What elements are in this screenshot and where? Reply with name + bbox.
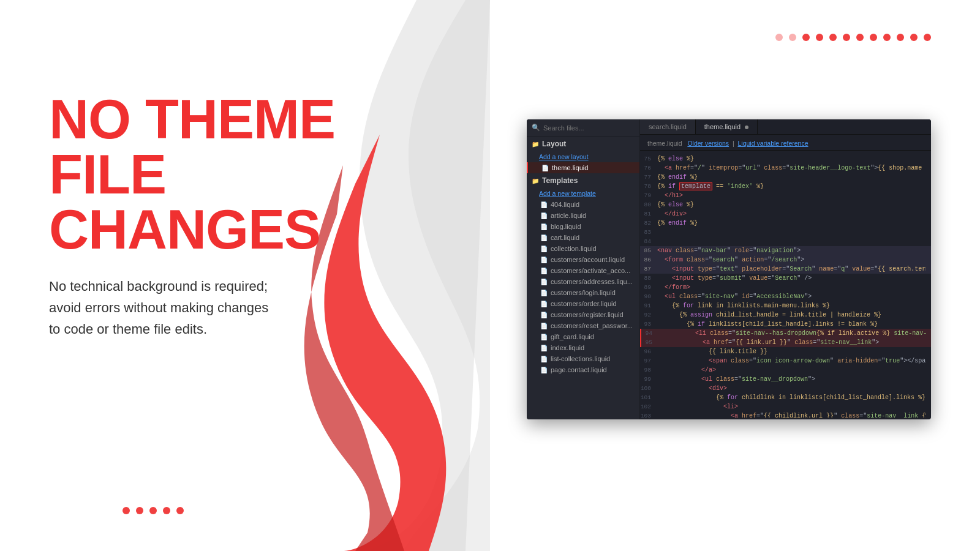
sidebar-section-templates[interactable]: 📁 Templates: [527, 173, 639, 188]
search-icon: 🔍: [532, 124, 540, 132]
sidebar-file-list-collections[interactable]: 📄 list-collections.liquid: [527, 353, 639, 364]
main-heading: NO THEME FILE CHANGES: [49, 92, 417, 257]
file-icon: 📄: [540, 367, 548, 373]
code-line-86: 86 <form class="search" action="/search"…: [640, 255, 931, 264]
file-icon: 📄: [540, 212, 548, 219]
breadcrumb-liquid-reference[interactable]: Liquid variable reference: [738, 140, 809, 147]
sidebar-file-theme-liquid[interactable]: 📄 theme.liquid: [527, 162, 639, 173]
sidebar-file-customers-login[interactable]: 📄 customers/login.liquid: [527, 287, 639, 298]
file-icon: 📄: [540, 268, 548, 274]
code-line-89: 89 </form>: [640, 283, 931, 292]
sidebar-file-customers-reset[interactable]: 📄 customers/reset_passwor...: [527, 320, 639, 331]
file-icon: 📄: [540, 356, 548, 362]
code-line-98: 98 </a>: [640, 365, 931, 375]
folder-icon: 📁: [532, 141, 539, 148]
sidebar-file-customers-register[interactable]: 📄 customers/register.liquid: [527, 309, 639, 320]
file-icon: 📄: [540, 223, 548, 230]
sidebar-file-customers-account[interactable]: 📄 customers/account.liquid: [527, 254, 639, 265]
code-line-93: 93 {% if linklists[child_list_handle].li…: [640, 320, 931, 329]
subtext-line2: avoid errors without making changes: [49, 300, 268, 315]
code-line-90: 90 <ul class="site-nav" id="AccessibleNa…: [640, 292, 931, 301]
dot: [910, 34, 918, 41]
file-icon: 📄: [540, 246, 548, 252]
sidebar-file-customers-activate[interactable]: 📄 customers/activate_acco...: [527, 265, 639, 276]
code-line-83: 83: [640, 228, 931, 237]
left-content: NO THEME FILE CHANGES No technical backg…: [49, 92, 417, 340]
sidebar-search[interactable]: 🔍: [527, 119, 639, 137]
heading-line2: FILE CHANGES: [49, 147, 417, 257]
code-line-88: 88 <input type="submit" value="Search" /…: [640, 274, 931, 283]
subtext-line1: No technical background is required;: [49, 279, 268, 294]
sidebar-file-404[interactable]: 📄 404.liquid: [527, 199, 639, 210]
code-line-77: 77 {% endif %}: [640, 173, 931, 182]
file-icon: 📄: [540, 279, 548, 285]
heading-line1: NO THEME: [49, 92, 417, 147]
code-line-81: 81 </div>: [640, 209, 931, 219]
dot: [775, 34, 783, 41]
code-editor-panel: search.liquid theme.liquid 🔍 📁 Layout Ad…: [527, 119, 931, 419]
breadcrumb-older-versions[interactable]: Older versions: [687, 140, 729, 147]
sidebar-file-collection[interactable]: 📄 collection.liquid: [527, 243, 639, 254]
dot: [856, 34, 864, 41]
code-line-78: 78 {% if template == 'index' %}: [640, 182, 931, 191]
sidebar-file-blog[interactable]: 📄 blog.liquid: [527, 221, 639, 232]
sidebar-file-customers-addresses[interactable]: 📄 customers/addresses.liqu...: [527, 276, 639, 287]
sidebar-file-gift-card[interactable]: 📄 gift_card.liquid: [527, 331, 639, 342]
sidebar-file-cart[interactable]: 📄 cart.liquid: [527, 232, 639, 243]
editor-code[interactable]: 75 {% else %} 76 <a href="/" itemprop="u…: [640, 151, 931, 418]
dot: [789, 34, 796, 41]
file-icon: 📄: [540, 234, 548, 241]
code-line-87: 87 <input type="text" placeholder="Searc…: [640, 264, 931, 274]
sidebar-file-article[interactable]: 📄 article.liquid: [527, 210, 639, 221]
code-line-101: 101 {% for childlink in linklists[child_…: [640, 393, 931, 402]
sidebar-file-customers-order[interactable]: 📄 customers/order.liquid: [527, 298, 639, 309]
sidebar-section-layout[interactable]: 📁 Layout: [527, 137, 639, 151]
editor-breadcrumb: theme.liquid Older versions | Liquid var…: [640, 137, 931, 151]
code-line-79: 79 </h1>: [640, 191, 931, 200]
dot: [897, 34, 904, 41]
sidebar-file-page-contact[interactable]: 📄 page.contact.liquid: [527, 364, 639, 375]
editor-tabs: search.liquid theme.liquid: [640, 119, 931, 135]
code-line-82: 82 {% endif %}: [640, 219, 931, 228]
dot: [883, 34, 891, 41]
file-icon: 📄: [540, 201, 548, 208]
code-line-99: 99 <ul class="site-nav__dropdown">: [640, 375, 931, 384]
file-icon: 📄: [540, 323, 548, 329]
file-icon: 📄: [540, 301, 548, 307]
code-line-102: 102 <li>: [640, 402, 931, 411]
dot: [802, 34, 810, 41]
code-line-85: 85 <nav class="nav-bar" role="navigation…: [640, 246, 931, 255]
code-line-95: 95 <a href="{{ link.url }}" class="site-…: [640, 338, 931, 347]
file-icon: 📄: [540, 334, 548, 340]
tab-search-liquid[interactable]: search.liquid: [640, 119, 696, 134]
dot: [136, 507, 143, 514]
search-input[interactable]: [543, 124, 635, 132]
modified-indicator: [745, 126, 748, 129]
code-line-94: 94 <li class="site-nav--has-dropdown{% i…: [640, 329, 931, 338]
file-icon: 📄: [541, 165, 549, 171]
add-template-link[interactable]: Add a new template: [527, 188, 639, 199]
templates-label: Templates: [542, 176, 578, 185]
code-line-96: 96 {{ link.title }}: [640, 347, 931, 356]
editor-main: theme.liquid Older versions | Liquid var…: [640, 137, 931, 419]
code-line-76: 76 <a href="/" itemprop="url" class="sit…: [640, 163, 931, 173]
code-line-80: 80 {% else %}: [640, 200, 931, 209]
file-icon: 📄: [540, 290, 548, 296]
dot: [924, 34, 931, 41]
dots-top-right: [775, 34, 931, 41]
file-icon: 📄: [540, 312, 548, 318]
code-line-91: 91 {% for link in linklists.main-menu.li…: [640, 301, 931, 310]
folder-icon-templates: 📁: [532, 178, 539, 184]
editor-sidebar: 🔍 📁 Layout Add a new layout 📄 theme.liqu…: [527, 119, 640, 419]
code-line-84: 84: [640, 237, 931, 246]
dot: [816, 34, 823, 41]
subtext-line3: to code or theme file edits.: [49, 321, 207, 337]
dot: [163, 507, 170, 514]
tab-theme-liquid[interactable]: theme.liquid: [696, 119, 758, 134]
dots-bottom-left: [123, 507, 184, 514]
dot: [176, 507, 184, 514]
dot: [149, 507, 157, 514]
code-line-103: 103 <a href="{{ childlink.url }}" class=…: [640, 411, 931, 418]
sidebar-file-index[interactable]: 📄 index.liquid: [527, 342, 639, 353]
add-layout-link[interactable]: Add a new layout: [527, 151, 639, 162]
